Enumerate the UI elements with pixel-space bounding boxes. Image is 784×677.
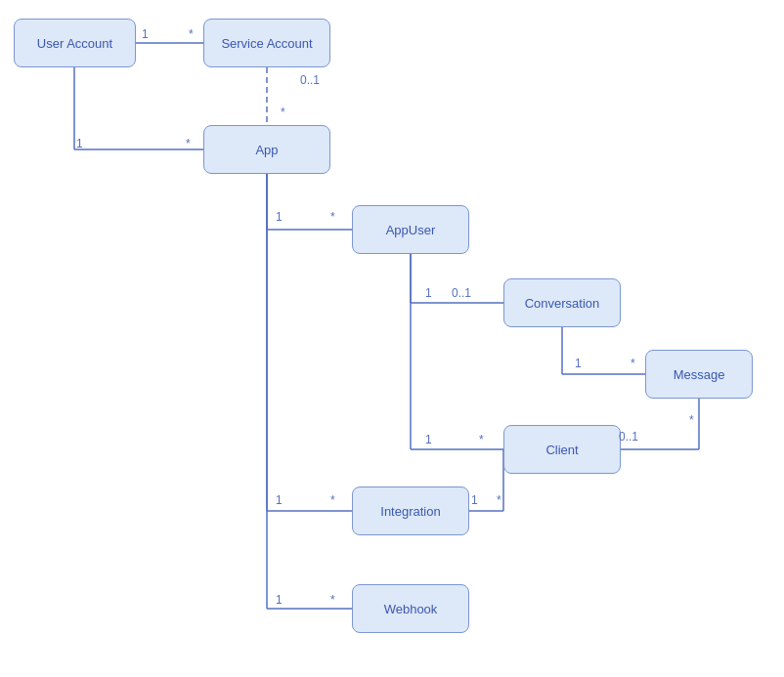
mult-16: 0..1 [619, 430, 638, 444]
mult-9: 1 [425, 286, 432, 300]
client-box: Client [503, 425, 621, 474]
mult-4: * [281, 106, 285, 119]
app-user-label: AppUser [386, 223, 436, 237]
mult-2: * [189, 27, 194, 41]
mult-21: 1 [276, 593, 283, 607]
conversation-box: Conversation [503, 278, 621, 327]
mult-17: 1 [276, 493, 283, 507]
diagram-container: User Account Service Account App AppUser… [0, 0, 784, 677]
mult-10: 0..1 [452, 286, 471, 300]
mult-5: 1 [76, 137, 83, 150]
mult-22: * [330, 593, 335, 607]
mult-14: * [479, 433, 484, 446]
mult-19: 1 [471, 493, 478, 507]
service-account-box: Service Account [203, 19, 330, 67]
mult-7: 1 [276, 210, 283, 224]
mult-18: * [330, 493, 335, 507]
service-account-label: Service Account [221, 36, 312, 51]
message-label: Message [674, 367, 725, 382]
app-box: App [203, 125, 330, 174]
mult-8: * [330, 210, 335, 224]
mult-12: * [631, 357, 635, 370]
mult-6: * [186, 137, 191, 150]
mult-1: 1 [142, 27, 149, 41]
app-user-box: AppUser [352, 205, 469, 254]
mult-3: 0..1 [300, 73, 320, 87]
integration-box: Integration [352, 487, 469, 535]
relationship-lines [0, 0, 784, 677]
user-account-label: User Account [37, 36, 112, 51]
mult-15: * [689, 413, 694, 427]
client-label: Client [545, 443, 578, 457]
user-account-box: User Account [14, 19, 136, 67]
integration-label: Integration [380, 504, 440, 519]
conversation-label: Conversation [525, 296, 600, 311]
app-label: App [255, 143, 278, 157]
webhook-label: Webhook [384, 602, 438, 616]
message-box: Message [645, 350, 753, 399]
mult-13: 1 [425, 433, 432, 446]
mult-20: * [497, 493, 501, 507]
webhook-box: Webhook [352, 584, 469, 633]
mult-11: 1 [575, 357, 582, 370]
